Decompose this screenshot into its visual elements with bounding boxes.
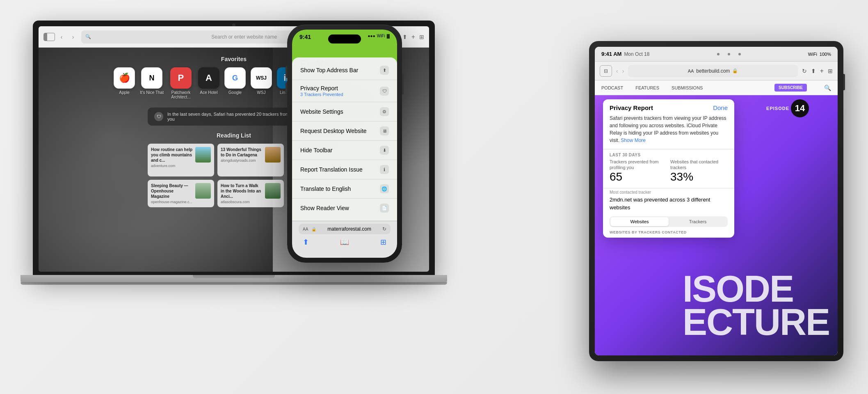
privacy-tab-websites[interactable]: Websites — [610, 217, 669, 226]
iphone-menu-request-desktop[interactable]: Request Desktop Website 🖥 — [292, 121, 397, 141]
ipad-status-right: WiFi 100% — [808, 52, 831, 57]
fav-item-nice[interactable]: N It's Nice That — [140, 67, 164, 95]
iphone-menu-privacy-sublabel: 3 Trackers Prevented — [300, 92, 343, 97]
fav-label-nice: It's Nice That — [140, 90, 164, 95]
iphone-refresh-icon[interactable]: ↻ — [382, 226, 386, 232]
iphone-website-content: En Materra Forestal combatimos la crisis… — [292, 30, 397, 221]
macbook-foot — [21, 282, 447, 285]
ipad-nav-podcast[interactable]: PODCAST — [601, 85, 623, 90]
fav-item-google[interactable]: G Google — [224, 67, 246, 95]
ipad-status-dot-2 — [728, 53, 730, 55]
iphone-menu-request-desktop-label: Request Desktop Website — [300, 128, 367, 134]
iphone-menu-show-address-bar[interactable]: Show Top Address Bar ⬆ — [292, 61, 397, 80]
ipad-episode-word: EPISODE — [766, 106, 789, 111]
iphone-bookmarks-icon[interactable]: 📖 — [340, 238, 349, 247]
reading-item-title-5: How to Turn a Walk in the Woods Into an … — [221, 183, 263, 199]
ipad-subscribe-button[interactable]: SUBSCRIBE — [774, 84, 807, 92]
ipad-lecture-text: ECTURE — [683, 306, 829, 339]
new-tab-icon[interactable]: + — [411, 33, 415, 41]
reading-item-4[interactable]: Sleeping Beauty — Openhouse Magazine ope… — [148, 180, 214, 207]
reading-item-thumb-4 — [195, 183, 211, 199]
iphone-share-icon[interactable]: ⬆ — [303, 238, 309, 247]
privacy-popup-stats: Trackers prevented from profiling you 65… — [603, 159, 734, 188]
ipad-date: Mon Oct 18 — [624, 51, 649, 57]
iphone-url-text: materraforestal.com — [320, 226, 379, 232]
iphone-menu-translation-issue[interactable]: Report Translation Issue ℹ — [292, 160, 397, 179]
sidebar-toggle-bar — [44, 33, 47, 41]
iphone-menu-hide-toolbar[interactable]: Hide Toolbar ⬇ — [292, 141, 397, 160]
ipad-status-bar: 9:41 AM Mon Oct 18 WiFi 100% — [595, 47, 838, 62]
privacy-popup-done-button[interactable]: Done — [713, 104, 728, 111]
iphone-menu-privacy-report[interactable]: Privacy Report 3 Trackers Prevented 🛡 — [292, 80, 397, 102]
ipad-back-button[interactable]: ‹ — [616, 68, 618, 74]
fav-item-apple[interactable]: 🍎 Apple — [114, 67, 135, 95]
iphone-volume-down — [286, 82, 287, 94]
reading-item-url-1: adventure.com — [151, 164, 193, 168]
reading-item-thumb-2 — [265, 147, 281, 163]
grid-icon[interactable]: ⊞ — [419, 34, 424, 40]
privacy-shield-icon: 🛡 — [154, 112, 163, 121]
ipad-forward-button[interactable]: › — [622, 68, 624, 74]
ipad-sidebar-toggle[interactable]: ⊟ — [600, 65, 612, 77]
ipad-search-icon[interactable]: 🔍 — [824, 85, 831, 91]
iphone-time: 9:41 — [299, 34, 311, 40]
ipad-grid-icon[interactable]: ⊞ — [828, 68, 833, 74]
privacy-tab-trackers[interactable]: Trackers — [669, 217, 727, 226]
iphone-screen: 9:41 ●●● WiFi ▓ En Materra Forestal comb… — [292, 30, 397, 258]
ipad-nav-features[interactable]: FEATURES — [635, 85, 659, 90]
iphone-menu-translation-icon: ℹ — [380, 165, 389, 174]
privacy-most-contacted: Most contacted tracker 2mdn.net was prev… — [603, 188, 734, 216]
ipad-nav-bar: PODCAST FEATURES SUBMISSIONS SUBSCRIBE 🔍 — [595, 80, 838, 95]
search-icon: 🔍 — [85, 34, 91, 39]
iphone: 9:41 ●●● WiFi ▓ En Materra Forestal comb… — [287, 25, 402, 263]
privacy-websites-stat: Websites that contacted trackers 33% — [670, 159, 728, 183]
iphone-aa-button[interactable]: AA — [303, 227, 308, 231]
back-button[interactable]: ‹ — [57, 32, 66, 42]
reading-item-text-5: How to Turn a Walk in the Woods Into an … — [221, 183, 263, 204]
reading-item-title-2: 13 Wonderful Things to Do in Cartagena — [221, 147, 263, 158]
privacy-trackers-label: Trackers prevented from profiling you — [610, 159, 667, 171]
ipad-wifi-icon: WiFi — [808, 52, 817, 57]
sidebar-toggle-button[interactable] — [43, 33, 55, 41]
privacy-trackers-value: 65 — [610, 171, 667, 183]
fav-item-patchwork[interactable]: P Patchwork Architect... — [169, 67, 193, 99]
fav-item-ace[interactable]: A Ace Hotel — [198, 67, 219, 95]
iphone-url-bar[interactable]: AA 🔒 materraforestal.com ↻ — [299, 224, 391, 234]
reading-item-title-1: How routine can help you climb mountains… — [151, 147, 193, 163]
ipad-nav-icons: ⊟ — [600, 65, 612, 77]
ipad-status-center — [649, 53, 808, 55]
iphone-menu-reader-view[interactable]: Show Reader View 📄 — [292, 199, 397, 218]
ipad-power-button — [843, 74, 845, 90]
reading-item-1[interactable]: How routine can help you climb mountains… — [148, 144, 214, 176]
ipad-add-tab-icon[interactable]: + — [820, 67, 824, 75]
reading-item-url-2: alongdustyroads.com — [221, 158, 263, 163]
iphone-menu-privacy-icon: 🛡 — [380, 87, 389, 96]
fav-label-wsj: WSJ — [257, 90, 265, 95]
privacy-most-value: 2mdn.net was prevented across 3 differen… — [610, 196, 728, 211]
iphone-tabs-icon[interactable]: ⊞ — [380, 238, 386, 247]
ipad-nav-submissions[interactable]: SUBMISSIONS — [672, 85, 703, 90]
ipad-refresh-icon[interactable]: ↻ — [802, 68, 807, 74]
reading-item-5[interactable]: How to Turn a Walk in the Woods Into an … — [217, 180, 284, 207]
iphone-menu-translate-label: Translate to English — [300, 186, 351, 192]
ipad-safari-toolbar: ⊟ ‹ › AA betterbuild.com 🔒 ↻ ⬆ + ⊞ — [595, 62, 838, 80]
ipad-address-text: betterbuild.com — [696, 68, 730, 74]
ipad-secure-icon: 🔒 — [732, 68, 738, 73]
iphone-menu-translate[interactable]: Translate to English 🌐 — [292, 179, 397, 199]
forward-button[interactable]: › — [68, 32, 78, 42]
iphone-menu-translation-label: Report Translation Issue — [300, 166, 363, 173]
fav-icon-patchwork: P — [170, 67, 192, 89]
ipad-lock-icon: AA — [688, 69, 694, 73]
lock-icon: 🔒 — [311, 227, 316, 231]
ipad-share-icon[interactable]: ⬆ — [811, 68, 816, 74]
iphone-menu-website-settings[interactable]: Website Settings ⚙ — [292, 102, 397, 121]
privacy-popup-description: Safari prevents trackers from viewing yo… — [603, 115, 734, 149]
privacy-popup-show-more[interactable]: Show More — [621, 137, 646, 143]
ipad-content: ISODE ECTURE EPISODE 14 Privacy Report D — [595, 95, 838, 355]
iphone-menu-desktop-icon: 🖥 — [380, 126, 389, 135]
iphone-menu-privacy-left: Privacy Report 3 Trackers Prevented — [300, 85, 343, 97]
fav-item-wsj[interactable]: WSJ WSJ — [251, 67, 272, 95]
reading-item-2[interactable]: 13 Wonderful Things to Do in Cartagena a… — [217, 144, 284, 176]
ipad-address-bar[interactable]: AA betterbuild.com 🔒 — [628, 65, 797, 77]
share-icon[interactable]: ⬆ — [402, 34, 407, 40]
